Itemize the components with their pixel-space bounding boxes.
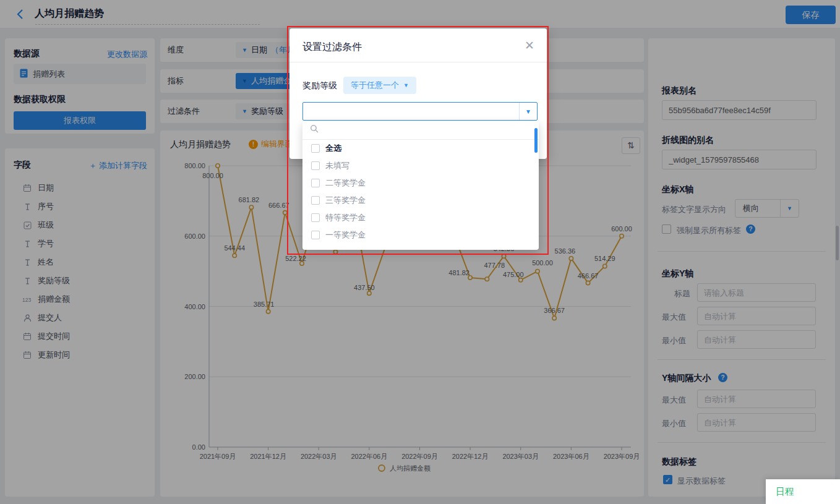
floating-option[interactable]: 日程 xyxy=(766,479,840,504)
field-item[interactable]: 序号 xyxy=(14,199,150,214)
report-alias-input[interactable] xyxy=(662,100,816,120)
field-item[interactable]: 学号 xyxy=(14,236,150,251)
option-label: 三等奖学金 xyxy=(325,195,366,206)
field-item[interactable]: 更新时间 xyxy=(14,348,150,362)
top-bar: 人均月捐赠趋势 保存 xyxy=(0,0,840,28)
y-max-label: 最大值 xyxy=(662,312,686,323)
search-input[interactable] xyxy=(324,121,539,139)
x-tick-label: 2021年09月 xyxy=(200,453,236,460)
chart-data-label: 477.78 xyxy=(484,262,505,269)
plus-icon: ＋ xyxy=(88,161,99,170)
chart-point[interactable] xyxy=(586,281,589,284)
save-button[interactable]: 保存 xyxy=(786,6,836,24)
field-item-label: 日期 xyxy=(38,182,54,194)
divider xyxy=(658,359,826,360)
scrollbar-thumb[interactable] xyxy=(836,226,839,260)
add-calc-field-link[interactable]: ＋ 添加计算字段 xyxy=(88,160,147,171)
field-item-label: 序号 xyxy=(38,201,54,212)
datasource-item[interactable]: 捐赠列表 xyxy=(14,64,146,84)
dropdown-scrollbar-thumb[interactable] xyxy=(534,128,538,153)
chart-point[interactable] xyxy=(249,205,253,209)
show-data-label-checkbox[interactable]: ✓ xyxy=(663,475,672,484)
field-item-label: 姓名 xyxy=(38,257,54,268)
label-direction-select[interactable]: 横向 ▼ xyxy=(735,199,799,218)
field-item-label: 班级 xyxy=(38,220,54,231)
chart-data-label: 481.82 xyxy=(448,269,469,276)
widget-alias-input[interactable] xyxy=(662,150,816,169)
text-icon xyxy=(22,203,32,211)
chart-data-label: 437.50 xyxy=(354,284,375,291)
option-checkbox[interactable] xyxy=(311,144,320,153)
label-direction-label: 标签文字显示方向 xyxy=(662,204,726,215)
field-item[interactable]: 提交人 xyxy=(14,310,150,325)
option-label: 二等奖学金 xyxy=(325,177,366,189)
y-title-input[interactable] xyxy=(697,283,816,302)
search-icon xyxy=(310,124,319,136)
y-max-input[interactable] xyxy=(697,307,816,325)
change-datasource-link[interactable]: 更改数据源 xyxy=(107,49,147,60)
help-icon[interactable]: ? xyxy=(718,373,727,382)
legend-marker-icon xyxy=(379,465,385,471)
field-item[interactable]: 奖励等级 xyxy=(14,273,150,288)
chart-point[interactable] xyxy=(552,316,556,320)
chevron-down-icon: ▼ xyxy=(242,47,247,53)
y-min-input[interactable] xyxy=(697,330,816,349)
back-icon[interactable] xyxy=(15,8,27,20)
x-tick-label: 2021年12月 xyxy=(250,453,286,460)
interval-max-input[interactable] xyxy=(697,390,816,408)
report-permission-button[interactable]: 报表权限 xyxy=(14,111,146,130)
dropdown-option[interactable]: 三等奖学金 xyxy=(302,192,539,209)
chart-point[interactable] xyxy=(603,264,607,268)
chart-point[interactable] xyxy=(485,277,489,281)
chart-point[interactable] xyxy=(216,164,220,168)
force-show-labels-checkbox[interactable] xyxy=(662,224,671,234)
y-title-label: 标题 xyxy=(674,288,690,299)
filter-value-select[interactable]: ▼ xyxy=(302,102,538,121)
field-item[interactable]: 提交时间 xyxy=(14,329,150,344)
y-tick-label: 400.00 xyxy=(184,303,205,310)
chart-data-label: 500.00 xyxy=(532,259,553,267)
chart-point[interactable] xyxy=(569,257,573,260)
field-item[interactable]: 姓名 xyxy=(14,255,150,270)
field-item[interactable]: 123捐赠金额 xyxy=(14,292,150,307)
chart-point[interactable] xyxy=(266,309,270,313)
x-tick-label: 2022年06月 xyxy=(351,453,388,460)
chart-point[interactable] xyxy=(536,269,539,273)
field-item-label: 提交时间 xyxy=(38,331,70,342)
legend-label[interactable]: 人均捐赠金额 xyxy=(390,464,431,472)
close-icon[interactable]: ✕ xyxy=(525,38,534,53)
chart-point[interactable] xyxy=(233,254,236,257)
dropdown-option[interactable]: 未填写 xyxy=(302,157,539,174)
field-item[interactable]: 日期 xyxy=(14,181,150,195)
dropdown-option[interactable]: 二等奖学金 xyxy=(302,174,539,192)
chart-point[interactable] xyxy=(367,291,371,295)
option-checkbox[interactable] xyxy=(311,196,320,205)
filter-label: 过滤条件 xyxy=(168,106,236,117)
dropdown-option[interactable]: 一等奖学金 xyxy=(302,226,539,244)
filter-chip[interactable]: ▼ 奖励等级 xyxy=(236,103,289,119)
option-checkbox[interactable] xyxy=(311,161,320,170)
y-tick-label: 600.00 xyxy=(184,233,205,240)
calendar-icon xyxy=(22,351,32,359)
y-axis-title: 坐标Y轴 xyxy=(662,268,693,280)
chart-point[interactable] xyxy=(519,278,523,282)
datasource-panel: 数据源 更改数据源 捐赠列表 数据获取权限 报表权限 xyxy=(5,38,155,134)
option-checkbox[interactable] xyxy=(311,231,320,239)
option-checkbox[interactable] xyxy=(311,179,320,187)
chart-point[interactable] xyxy=(502,254,505,258)
dropdown-option-list: 全选未填写二等奖学金三等奖学金特等奖学金一等奖学金 xyxy=(302,140,539,244)
dropdown-option[interactable]: 特等奖学金 xyxy=(302,209,539,226)
divider xyxy=(658,251,826,252)
operator-dropdown[interactable]: 等于任意一个 ▼ xyxy=(343,77,416,94)
chart-point[interactable] xyxy=(333,250,337,254)
dropdown-option[interactable]: 全选 xyxy=(302,140,539,157)
field-item[interactable]: 班级 xyxy=(14,218,150,233)
chart-data-label: 600.00 xyxy=(611,225,632,233)
option-checkbox[interactable] xyxy=(311,213,320,222)
datasource-name: 捐赠列表 xyxy=(33,69,65,80)
help-icon[interactable]: ? xyxy=(746,224,755,234)
metric-label: 指标 xyxy=(168,75,236,87)
chart-point[interactable] xyxy=(283,211,287,215)
chart-point[interactable] xyxy=(620,234,624,238)
interval-min-input[interactable] xyxy=(697,413,816,432)
